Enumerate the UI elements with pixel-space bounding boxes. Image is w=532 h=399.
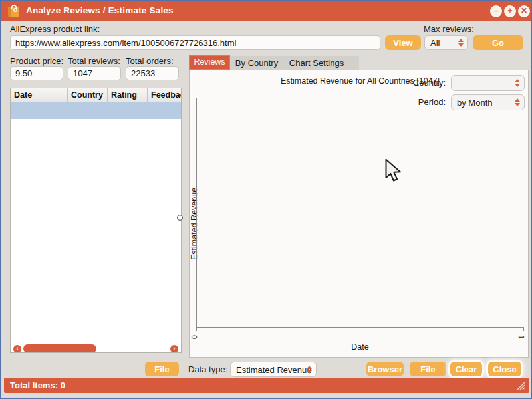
status-bar: Total Items: 0 — [4, 378, 529, 393]
tab-reviews[interactable]: Reviews — [189, 55, 230, 70]
splitter-handle[interactable] — [177, 215, 183, 221]
total-orders-label: Total orders: — [126, 56, 174, 66]
spinner-arrows-icon[interactable] — [307, 366, 312, 374]
x-tick-label-1: 1 — [517, 335, 525, 339]
column-header-date[interactable]: Date — [11, 88, 68, 102]
horizontal-scrollbar-thumb[interactable] — [23, 344, 96, 353]
max-reviews-value: All — [430, 38, 440, 48]
data-type-value: Estimated Revenue — [236, 364, 311, 374]
spinner-arrows-icon[interactable] — [515, 79, 520, 87]
period-label: Period: — [382, 97, 446, 107]
close-window-button[interactable]: ✕ — [518, 5, 530, 17]
reviews-table[interactable]: Date Country Rating Feedback ‹ › — [10, 88, 182, 353]
max-reviews-select[interactable]: All — [424, 35, 468, 50]
period-value: by Month — [457, 98, 492, 108]
go-button[interactable]: Go — [473, 35, 523, 50]
data-type-label: Data type: — [188, 364, 227, 374]
product-price-field[interactable] — [10, 66, 63, 80]
table-file-button[interactable]: File — [145, 362, 179, 376]
tab-chart-settings[interactable]: Chart Settings — [285, 56, 348, 70]
total-reviews-label: Total reviews: — [68, 56, 120, 66]
reviews-table-header: Date Country Rating Feedback — [11, 88, 181, 102]
app-window: Analyze Reviews / Estimate Sales – + ✕ A… — [0, 0, 532, 399]
browser-button[interactable]: Browser — [366, 362, 404, 376]
max-reviews-label: Max reviews: — [424, 24, 474, 34]
y-axis-line — [196, 98, 197, 327]
y-axis-label: Estimated Revenue — [190, 177, 200, 270]
minimize-button[interactable]: – — [490, 5, 502, 17]
country-label: Country: — [382, 78, 446, 88]
x-axis-line — [196, 327, 524, 328]
table-row[interactable] — [11, 102, 181, 119]
scroll-left-icon[interactable]: ‹ — [13, 345, 21, 353]
title-bar[interactable]: Analyze Reviews / Estimate Sales – + ✕ — [1, 1, 532, 21]
product-link-input[interactable] — [10, 35, 380, 50]
spinner-arrows-icon[interactable] — [515, 98, 520, 106]
view-button[interactable]: View — [385, 35, 421, 50]
close-button[interactable]: Close — [488, 362, 521, 376]
resize-grip-icon[interactable] — [515, 380, 525, 390]
maximize-button[interactable]: + — [504, 5, 516, 17]
window-title: Analyze Reviews / Estimate Sales — [26, 1, 174, 21]
total-reviews-field[interactable] — [68, 66, 121, 80]
column-header-rating[interactable]: Rating — [108, 88, 148, 102]
chart-pane: Estimated Revenue for All Countries [104… — [189, 70, 529, 358]
total-items-text: Total Items: 0 — [10, 378, 65, 393]
period-select[interactable]: by Month — [451, 94, 525, 110]
data-type-select[interactable]: Estimated Revenue — [230, 362, 317, 377]
total-orders-field[interactable] — [126, 66, 179, 80]
column-header-country[interactable]: Country — [68, 88, 108, 102]
x-axis-label: Date — [196, 342, 524, 352]
file-button[interactable]: File — [410, 362, 446, 376]
scroll-right-icon[interactable]: › — [170, 345, 178, 353]
country-select[interactable] — [451, 75, 525, 91]
total-items-value: 0 — [61, 380, 65, 390]
x-tick-label-0: 0 — [190, 335, 198, 339]
x-axis-tick-right — [523, 327, 524, 331]
total-items-label: Total Items: — [10, 380, 58, 390]
product-price-label: Product price: — [10, 56, 63, 66]
column-header-feedback[interactable]: Feedback — [148, 88, 181, 102]
x-axis-tick-left — [196, 327, 197, 331]
tab-by-country[interactable]: By Country — [231, 56, 282, 70]
clear-button[interactable]: Clear — [450, 362, 482, 376]
app-bag-icon — [7, 3, 21, 18]
product-link-label: AliExpress product link: — [10, 24, 100, 34]
spinner-arrows-icon[interactable] — [458, 39, 464, 47]
